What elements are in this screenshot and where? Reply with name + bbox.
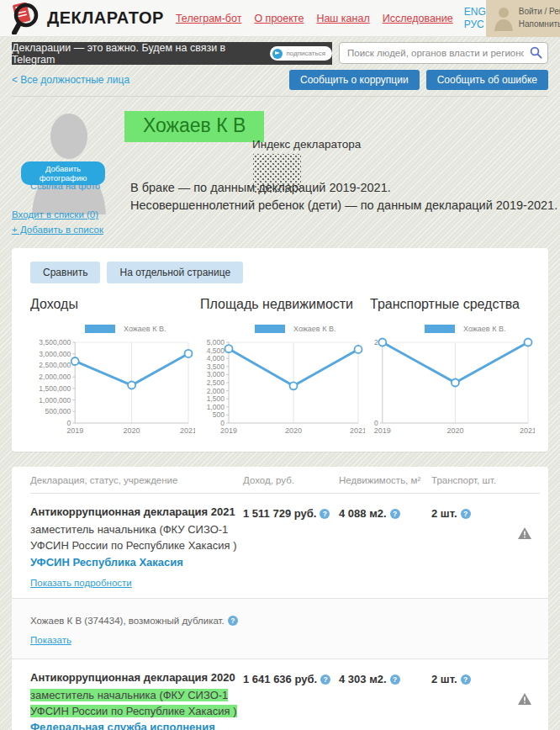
svg-text:1,000: 1,000 [207,403,225,411]
warning-icon[interactable] [518,693,531,705]
svg-text:2020: 2020 [124,426,140,435]
declarant-index-label: Индекс декларатора [252,138,361,151]
report-error-button[interactable]: Сообщить об ошибке [426,70,548,90]
organization-link[interactable]: Федеральная служба исполнения наказаний [30,721,243,730]
declarations-table: Декларация, статус, учреждение Доход, ру… [12,467,548,730]
telegram-subscribe-label: подписаться [286,50,325,57]
svg-text:5,000: 5,000 [207,338,225,346]
legend-swatch [255,325,285,333]
info-icon[interactable]: ? [461,674,471,685]
svg-text:1,500,000: 1,500,000 [39,384,71,393]
login-box: Войти / Регистрация Напомнить пароль [486,0,560,37]
legend-label: Хожаев К В. [293,325,335,333]
svg-text:3,000: 3,000 [207,370,225,378]
chart-transport: Транспортные средства Хожаев К В. 022019… [370,294,540,440]
profile-section: Добавить фотографию Ссылка на фото Хожае… [0,97,560,248]
svg-text:2: 2 [374,338,378,346]
chart-transport-legend: Хожаев К В. [370,320,540,336]
svg-text:4,000: 4,000 [207,354,225,362]
declaration-position-highlighted: заместитель начальника (ФКУ СИЗО-1 УФСИН… [30,689,237,717]
telegram-subscribe-button[interactable]: подписаться [270,46,332,61]
breadcrumb[interactable]: < Все должностные лица [12,74,129,86]
lang-rus[interactable]: РУС [464,19,486,31]
income-value: 1 641 636 руб. [243,673,317,685]
declaration-position: заместитель начальника (ФКУ СИЗО-1 УФСИН… [30,523,237,552]
search-bar [339,42,548,65]
remind-password-link[interactable]: Напомнить пароль [519,19,560,31]
nav-about[interactable]: О проекте [254,13,304,24]
chart-income-plot: 0500,0001,000,0001,500,0002,000,0002,500… [30,337,200,440]
page: ДЕКЛАРАТОР Телеграм-бот О проекте Наш ка… [0,0,560,730]
legend-label: Хожаев К В. [124,325,166,333]
legend-swatch [85,325,115,333]
svg-text:3,500,000: 3,500,000 [39,338,71,346]
profile-facts: В браке — по данным деклараций 2019-2021… [130,179,557,214]
table-header: Декларация, статус, учреждение Доход, ру… [12,467,548,494]
svg-text:1,500: 1,500 [207,394,225,403]
info-icon[interactable]: ? [461,509,471,519]
separate-page-button[interactable]: На отдельной странице [107,262,243,283]
chart-property-legend: Хожаев К В. [200,320,370,336]
header: ДЕКЛАРАТОР Телеграм-бот О проекте Наш ка… [0,0,560,37]
svg-text:2019: 2019 [374,426,391,435]
main-nav: Телеграм-бот О проекте Наш канал Исследо… [176,13,453,24]
logo-text: ДЕКЛАРАТОР [47,8,164,28]
telegram-icon [272,49,283,59]
chart-income: Доходы Хожаев К В. 0500,0001,000,0001,50… [30,294,200,440]
legend-swatch [425,325,455,333]
svg-text:2,000: 2,000 [207,387,225,395]
chart-property-plot: 05001,0001,5002,0002,5003,0003,5004,0004… [200,337,370,440]
income-value: 1 511 729 руб. [243,507,316,520]
info-icon[interactable]: ? [390,674,400,685]
chart-income-title: Доходы [30,297,200,312]
col-declaration: Декларация, статус, учреждение [30,475,243,494]
search-icon[interactable] [530,46,542,59]
info-icon[interactable]: ? [320,674,330,685]
nav-channel[interactable]: Наш канал [316,13,369,24]
list-links: Входит в списки (0) + Добавить в список [12,209,103,235]
transport-value: 2 шт. [431,507,457,520]
svg-text:1,000,000: 1,000,000 [39,396,71,405]
svg-text:2020: 2020 [285,426,302,435]
nav-research[interactable]: Исследование [383,13,453,24]
logo[interactable]: ДЕКЛАРАТОР [12,3,164,34]
property-value: 4 088 м2. [339,507,387,520]
photo-link[interactable]: Ссылка на фото [30,181,100,191]
declaration-title: Антикоррупционная декларация 2021 [30,505,243,518]
lang-eng[interactable]: ENG [464,6,486,19]
declarator-logo-icon [12,3,42,34]
add-to-list-link[interactable]: + Добавить в список [12,225,103,235]
svg-text:2020: 2020 [446,426,463,435]
promo-row: Декларации — это важно. Будем на связи в… [12,42,548,65]
organization-link[interactable]: УФСИН Республика Хакасия [30,556,183,570]
info-icon[interactable]: ? [228,616,238,626]
fact-children: Несовершеннолетний ребенок (дети) — по д… [130,197,557,214]
property-value: 4 303 м2. [339,673,387,685]
svg-text:3,500: 3,500 [207,362,225,371]
col-transport: Транспорт, шт. [431,475,505,494]
in-lists-link[interactable]: Входит в списки (0) [12,209,103,220]
svg-text:500,000: 500,000 [45,407,71,415]
svg-text:2,500,000: 2,500,000 [39,361,71,369]
chart-property: Площадь недвижимости Хожаев К В. 05001,0… [200,294,370,440]
legend-label: Хожаев К В. [463,325,505,333]
fact-marriage: В браке — по данным деклараций 2019-2021… [130,179,557,197]
page-title-person-name: Хожаев К В [124,111,264,142]
login-link[interactable]: Войти / Регистрация [519,6,560,19]
col-income: Доход, руб. [243,475,339,494]
show-details-link[interactable]: Показать подробности [30,578,132,588]
nav-telegram-bot[interactable]: Телеграм-бот [176,13,242,24]
show-duplicate-link[interactable]: Показать [30,635,71,645]
svg-text:2021: 2021 [180,426,195,435]
warning-icon[interactable] [518,527,531,539]
chart-property-title: Площадь недвижимости [200,297,370,312]
svg-text:2019: 2019 [220,426,237,435]
info-icon[interactable]: ? [320,509,330,519]
report-corruption-button[interactable]: Сообщить о коррупции [289,70,420,90]
language-switcher: ENG РУС [464,6,486,31]
info-icon[interactable]: ? [390,509,400,519]
search-input[interactable] [339,42,548,64]
compare-button[interactable]: Сравнить [30,262,100,283]
transport-value: 2 шт. [431,673,457,685]
svg-text:2019: 2019 [66,426,83,435]
